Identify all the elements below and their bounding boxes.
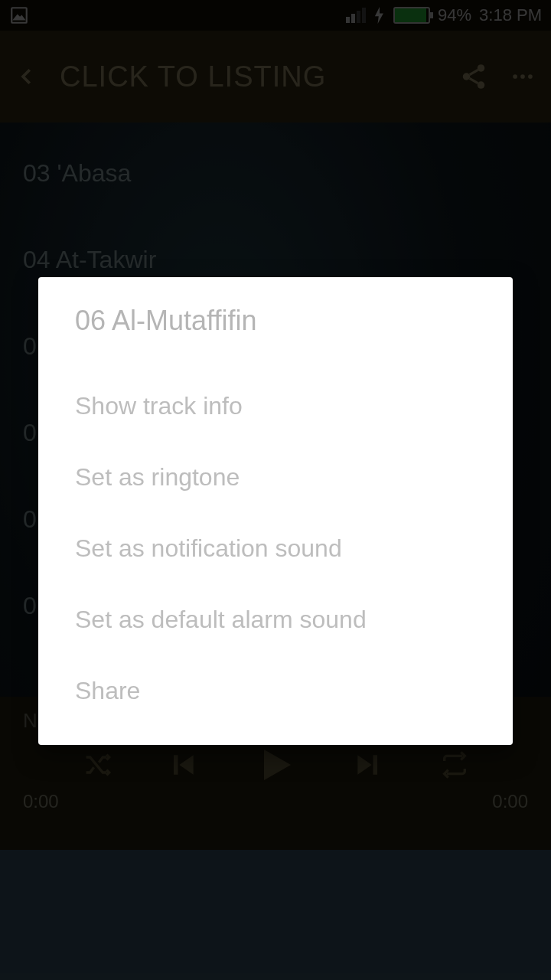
menu-item-share[interactable]: Share bbox=[75, 655, 476, 727]
menu-item-ringtone[interactable]: Set as ringtone bbox=[75, 442, 476, 513]
menu-item-alarm[interactable]: Set as default alarm sound bbox=[75, 584, 476, 655]
dialog-title: 06 Al-Mutaffifin bbox=[75, 305, 476, 337]
context-menu-dialog: 06 Al-Mutaffifin Show track info Set as … bbox=[38, 277, 513, 745]
menu-item-notification[interactable]: Set as notification sound bbox=[75, 513, 476, 584]
menu-item-track-info[interactable]: Show track info bbox=[75, 371, 476, 442]
